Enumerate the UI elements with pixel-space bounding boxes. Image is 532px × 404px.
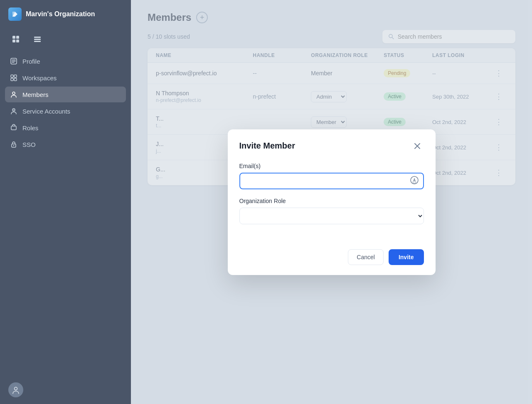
roles-icon [10, 124, 17, 131]
email-input-wrapper [239, 173, 424, 189]
modal-header: Invite Member [228, 129, 436, 159]
svg-point-21 [13, 145, 14, 146]
table-icon [33, 35, 42, 43]
svg-rect-1 [12, 36, 15, 39]
sso-icon [10, 141, 17, 148]
workspaces-icon [10, 74, 17, 82]
service-accounts-icon [10, 107, 17, 115]
svg-rect-5 [34, 37, 41, 38]
table-icon-btn[interactable] [30, 32, 45, 47]
svg-point-16 [12, 92, 15, 94]
svg-rect-15 [14, 78, 17, 81]
svg-rect-4 [16, 40, 19, 42]
org-header: Marvin's Organization [0, 0, 131, 28]
svg-rect-30 [413, 181, 416, 183]
svg-point-28 [414, 178, 414, 179]
cancel-button[interactable]: Cancel [348, 249, 384, 265]
grid-icon [12, 35, 20, 43]
sidebar-item-roles[interactable]: Roles [5, 120, 126, 136]
email-label: Email(s) [239, 163, 424, 169]
sidebar-item-profile[interactable]: Profile [5, 53, 126, 69]
sidebar: Marvin's Organization [0, 0, 131, 404]
main-content: Members + 5 / 10 slots used Name Handle … [131, 0, 532, 404]
sidebar-nav: Profile Workspaces Members [0, 53, 131, 152]
org-logo [8, 7, 22, 21]
org-name: Marvin's Organization [26, 10, 95, 18]
sidebar-item-sso[interactable]: SSO [5, 136, 126, 152]
profile-icon [10, 57, 17, 65]
role-label: Organization Role [239, 198, 424, 204]
invite-button[interactable]: Invite [389, 249, 424, 265]
svg-rect-14 [11, 78, 13, 81]
svg-point-22 [15, 387, 17, 390]
sidebar-item-roles-label: Roles [22, 124, 38, 131]
modal-close-button[interactable] [411, 139, 424, 153]
role-select-modal[interactable]: Admin Member [239, 208, 424, 224]
svg-rect-12 [11, 75, 13, 77]
sidebar-item-members-label: Members [22, 91, 49, 98]
modal-overlay: Invite Member Email(s) [131, 0, 532, 404]
sidebar-item-sso-label: SSO [22, 141, 36, 148]
svg-rect-13 [14, 75, 17, 77]
sidebar-item-workspaces-label: Workspaces [22, 74, 57, 82]
email-input[interactable] [239, 173, 424, 189]
svg-rect-2 [16, 36, 19, 39]
modal-body: Email(s) [228, 159, 436, 243]
sidebar-item-profile-label: Profile [22, 58, 40, 65]
sidebar-bottom [0, 376, 131, 404]
role-form-group: Organization Role Admin Member [239, 198, 424, 224]
modal-footer: Cancel Invite [228, 243, 436, 275]
email-input-icon [410, 176, 419, 186]
modal-title: Invite Member [239, 141, 295, 151]
svg-point-18 [13, 109, 14, 110]
lock-info-icon [410, 176, 419, 185]
sidebar-item-workspaces[interactable]: Workspaces [5, 70, 126, 86]
grid-icon-btn[interactable] [8, 32, 23, 47]
close-icon [414, 143, 421, 149]
svg-rect-19 [11, 126, 16, 130]
avatar-icon [12, 386, 20, 394]
members-icon [10, 91, 17, 98]
sidebar-item-service-accounts-label: Service Accounts [22, 108, 70, 115]
sidebar-icon-nav [0, 28, 131, 47]
invite-member-modal: Invite Member Email(s) [228, 129, 436, 275]
email-form-group: Email(s) [239, 163, 424, 189]
user-avatar[interactable] [8, 382, 23, 397]
sidebar-item-members[interactable]: Members [5, 87, 126, 102]
svg-rect-7 [34, 41, 41, 42]
svg-rect-3 [12, 40, 15, 42]
svg-rect-6 [34, 39, 41, 40]
sidebar-item-service-accounts[interactable]: Service Accounts [5, 103, 126, 119]
